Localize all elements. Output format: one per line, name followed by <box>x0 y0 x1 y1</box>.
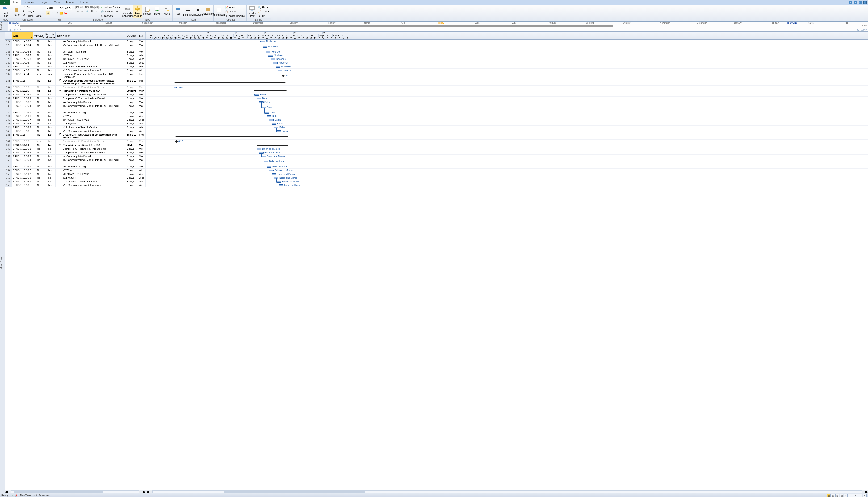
insert-task-button[interactable]: Task▾ <box>174 5 183 18</box>
task-row[interactable]: 150SPU3.1.16.16.2NoNoComplete #3 Transac… <box>5 151 146 155</box>
gantt-chart-body[interactable]: NosheenNosheenNosheenNosheenNosheenNoshe… <box>146 40 868 490</box>
task-row[interactable]: 127SPU3.1.14.16.6NoNo#7 Work5 daysWec <box>5 54 146 58</box>
format-painter-button[interactable]: 🖌Format Painter <box>22 14 43 18</box>
task-row[interactable]: 153SPU3.1.16.16.5NoNo#6 Team + #14 Blog5… <box>5 165 146 169</box>
task-row[interactable]: 132SPU3.1.14.34YesYesBusiness Requiremen… <box>5 72 146 79</box>
task-row[interactable]: 149SPU3.1.16.16.1NoNoComplete #2 Technol… <box>5 147 146 151</box>
pct-0-button[interactable]: 0% <box>75 6 80 10</box>
insert-milestone-button[interactable]: Milestone <box>193 5 203 18</box>
link-button[interactable]: 🔗 <box>85 10 89 14</box>
manual-schedule-button[interactable]: Manually Schedule <box>123 5 132 18</box>
col-header-wbs[interactable]: WBS▾ <box>12 32 33 39</box>
outline-toggle-icon[interactable]: ⊟ <box>59 89 61 92</box>
insert-summary-button[interactable]: Summary <box>183 5 193 18</box>
tab-project[interactable]: Project <box>38 0 51 5</box>
task-row[interactable]: 133SPU3.1.15NoNo⊟Develop specific QA tes… <box>5 79 146 86</box>
gantt-chart-button[interactable]: Gantt Chart <box>1 5 10 18</box>
task-row[interactable]: 128SPU3.1.14.16.8NoNo#9 PCW2 + #10 TWS25… <box>5 57 146 61</box>
gantt-task-bar[interactable] <box>278 70 283 71</box>
task-row[interactable]: 147SPU3.1.16.15YesNoPre-Iteration #2 Fou… <box>5 140 146 143</box>
task-row[interactable]: 141SPU3.1.15.16.6NoNo#7 Work5 daysWec <box>5 114 146 118</box>
task-row[interactable]: 144SPU3.1.15.16.9NoNo#12 Livewire + Sear… <box>5 126 146 129</box>
tab-format[interactable]: Format <box>77 0 91 5</box>
task-row[interactable]: 138SPU3.1.15.16.3NoNo#4 Company Info Dom… <box>5 100 146 104</box>
unlink-button[interactable]: ⛓ <box>89 10 94 14</box>
underline-button[interactable]: U <box>55 11 59 15</box>
task-row[interactable]: 158SPU3.1.16.16.10NoNo#13 Communications… <box>5 183 146 187</box>
task-row[interactable]: 143SPU3.1.15.16.8NoNo#11 MySite5 daysWec <box>5 122 146 126</box>
information-button[interactable]: i Information <box>215 5 223 18</box>
task-row[interactable]: 129SPU3.1.14.16.10NoNo#11 MySite5 daysWe… <box>5 61 146 65</box>
gantt-task-bar[interactable] <box>264 160 268 162</box>
outline-toggle-icon[interactable]: ⊟ <box>59 79 61 82</box>
gantt-task-bar[interactable] <box>276 130 281 132</box>
bold-button[interactable]: B <box>45 11 50 15</box>
task-row[interactable]: 148SPU3.1.16.16NoNo⊟Remaining Iterations… <box>5 143 146 147</box>
gantt-timescale-header[interactable]: MEBMEBM Jun 11, '17Jul 16, '17Aug 20, '1… <box>146 32 868 40</box>
task-row[interactable]: 131SPU3.1.14.16.12NoNo#13 Communications… <box>5 69 146 72</box>
view-task-icon[interactable]: ▤ <box>831 494 835 497</box>
outline-toggle-icon[interactable]: ⊟ <box>59 144 61 146</box>
task-row[interactable]: 125SPU3.1.14.16.4NoNo#5 Community (incl.… <box>5 43 146 50</box>
insert-deliverable-button[interactable]: Deliverable▾ <box>203 5 212 18</box>
col-header-duration[interactable]: Duratior <box>126 32 138 39</box>
gantt-task-bar[interactable] <box>279 184 283 186</box>
gantt-task-bar[interactable] <box>261 106 266 109</box>
mark-on-track-button[interactable]: ✓Mark on Track▾ <box>100 5 121 10</box>
inspect-button[interactable]: Inspect▾ <box>143 5 152 18</box>
clear-button[interactable]: 🧹Clear▾ <box>258 10 270 14</box>
col-header-task-name[interactable]: Task Name <box>56 32 126 39</box>
tab-view[interactable]: View <box>52 0 63 5</box>
gantt-summary-bar[interactable] <box>176 136 288 137</box>
timeline-tab[interactable]: Timeline <box>0 22 8 31</box>
gantt-summary-bar[interactable] <box>254 90 286 91</box>
task-row[interactable]: 142SPU3.1.15.16.7NoNo#9 PCW2 + #10 TWS25… <box>5 118 146 122</box>
view-resource-icon[interactable]: ▧ <box>840 494 843 497</box>
font-size-select[interactable]: 10 <box>64 6 72 10</box>
zoom-slider[interactable]: ──●── <box>848 494 862 497</box>
find-button[interactable]: 🔍Find▾ <box>258 5 270 10</box>
task-row[interactable]: 126SPU3.1.14.16.5NoNo#6 Team + #14 Blog5… <box>5 50 146 54</box>
task-row[interactable]: 136SPU3.1.15.16.1NoNoComplete #2 Technol… <box>5 93 146 97</box>
pct-50-button[interactable]: 50% <box>85 6 89 10</box>
view-team-icon[interactable]: ▥ <box>836 494 839 497</box>
tab-task[interactable]: Task <box>10 0 21 5</box>
task-row[interactable]: 151SPU3.1.16.16.3NoNo#4 Company Info Dom… <box>5 155 146 158</box>
gantt-milestone[interactable] <box>282 74 284 77</box>
restore-icon[interactable]: ◱ <box>858 1 862 4</box>
view-gantt-icon[interactable]: ▦ <box>827 494 831 497</box>
gantt-task-bar[interactable] <box>263 46 267 48</box>
col-header-start[interactable]: Star <box>138 32 146 39</box>
gantt-summary-bar[interactable] <box>257 144 288 146</box>
task-row[interactable]: 145SPU3.1.15.16.10NoNo#13 Communications… <box>5 129 146 133</box>
notes-button[interactable]: 📝Notes <box>224 5 246 10</box>
paste-button[interactable]: Paste <box>12 5 21 18</box>
tab-file[interactable]: File <box>0 0 10 5</box>
scroll-to-task-button[interactable]: Scroll to Task <box>248 5 257 18</box>
pct-75-button[interactable]: 75% <box>89 6 94 10</box>
tab-acrobat[interactable]: Acrobat <box>63 0 77 5</box>
zoom-out-icon[interactable]: − <box>844 494 848 497</box>
col-header-id[interactable] <box>5 32 12 39</box>
gantt-chart-side-tab[interactable]: Gantt Chart <box>0 32 5 493</box>
gantt-milestone[interactable] <box>175 140 178 143</box>
task-row[interactable]: 154SPU3.1.16.16.6NoNo#7 Work5 daysWec <box>5 169 146 172</box>
fill-button[interactable]: ⬇Fill▾ <box>258 14 270 18</box>
fill-color-button[interactable]: 🟨▾ <box>59 11 63 15</box>
mode-button[interactable]: Mode▾ <box>163 5 171 18</box>
pct-25-button[interactable]: 25% <box>80 6 84 10</box>
task-row[interactable]: 124SPU3.1.14.16.3NoNo#4 Company Info Dom… <box>5 40 146 43</box>
task-row[interactable]: 139SPU3.1.15.16.4NoNo#5 Community (incl.… <box>5 104 146 111</box>
minimize-icon[interactable]: – <box>849 1 852 4</box>
details-button[interactable]: 📋Details <box>224 10 246 14</box>
col-header-reporting-milestone[interactable]: Reportin Milestor▾ <box>44 32 56 39</box>
task-row[interactable]: 134SPU3.1.15.15NoNoPre-Iteration #2 Foun… <box>5 86 146 89</box>
gantt-task-bar[interactable] <box>271 58 275 60</box>
task-row[interactable]: 137SPU3.1.15.16.2NoNoComplete #3 Transac… <box>5 97 146 100</box>
timeline-body[interactable]: Tue 6/6/17 Fri 10/5/18 Start Finish Mon … <box>8 22 868 31</box>
font-color-button[interactable]: A▾ <box>64 11 68 15</box>
italic-button[interactable]: I <box>50 11 54 15</box>
task-table-body[interactable]: 124SPU3.1.14.16.3NoNo#4 Company Info Dom… <box>5 40 146 490</box>
tab-resource[interactable]: Resource <box>21 0 38 5</box>
gantt-summary-bar[interactable] <box>175 82 285 83</box>
